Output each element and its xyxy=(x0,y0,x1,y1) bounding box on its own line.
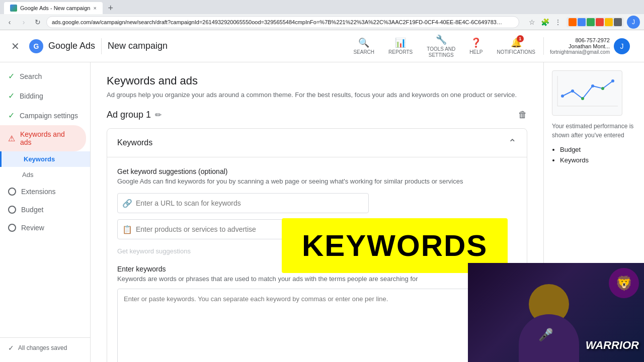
sidebar-sub-item-keywords[interactable]: Keywords xyxy=(0,151,90,167)
budget-nav-icon xyxy=(8,206,16,214)
app-name: Google Ads xyxy=(48,41,95,51)
sidebar-sub-item-ads[interactable]: Ads xyxy=(0,167,90,183)
browser-controls-bar: ‹ › ↻ ads.google.com/aw/campaign/new/sea… xyxy=(0,14,644,30)
close-btn[interactable]: ✕ xyxy=(8,39,22,53)
user-profile-icon[interactable]: J xyxy=(627,16,640,29)
perf-list-item-budget: Budget xyxy=(560,146,636,153)
performance-description: Your estimated performance is shown afte… xyxy=(552,122,636,140)
perf-list-item-keywords: Keywords xyxy=(560,156,636,164)
tools-action-icon: 🔧 xyxy=(436,34,447,45)
reload-btn[interactable]: ↻ xyxy=(32,17,43,28)
browser-tabs: Google Ads - New campaign × + xyxy=(0,0,644,14)
ads-header: ✕ G Google Ads New campaign 🔍 SEARCH 📊 R… xyxy=(0,30,644,62)
notifications-action-btn[interactable]: 🔔 1 NOTIFICATIONS xyxy=(491,33,541,59)
sidebar-item-extensions[interactable]: Extensions xyxy=(0,183,86,201)
user-name: Jonathan Mont... xyxy=(550,43,610,49)
notifications-action-icon: 🔔 1 xyxy=(511,37,522,48)
performance-list: Budget Keywords xyxy=(552,146,636,164)
sidebar-extensions-label: Extensions xyxy=(21,188,55,196)
sidebar-item-keywords-and-ads[interactable]: ⚠ Keywords and ads xyxy=(0,125,86,151)
back-btn[interactable]: ‹ xyxy=(4,17,15,28)
search-action-label: SEARCH xyxy=(353,49,374,55)
user-phone: 806-757-2972 xyxy=(550,37,610,43)
sidebar-keywords-label: Keywords and ads xyxy=(20,130,78,146)
keywords-collapse-icon[interactable]: ⌃ xyxy=(508,137,517,149)
get-suggestions-subtitle: Google Ads can find keywords for you by … xyxy=(117,177,517,185)
all-changes-saved: ✓ All changes saved xyxy=(0,337,90,358)
products-input-icon: 📋 xyxy=(122,225,132,234)
reports-action-icon: 📊 xyxy=(395,37,406,48)
search-action-btn[interactable]: 🔍 SEARCH xyxy=(347,33,380,59)
forward-btn[interactable]: › xyxy=(18,17,29,28)
sidebar-bidding-label: Bidding xyxy=(20,92,43,100)
keywords-section-title: Keywords xyxy=(117,138,152,147)
sidebar-search-label: Search xyxy=(20,72,42,80)
address-bar[interactable]: ads.google.com/aw/campaign/new/search/dr… xyxy=(46,16,519,28)
svg-point-6 xyxy=(581,97,584,100)
keywords-textarea[interactable] xyxy=(117,289,517,362)
performance-chart xyxy=(552,70,622,116)
svg-point-7 xyxy=(591,84,594,87)
get-suggestions-title: Get keyword suggestions (optional) xyxy=(117,167,517,175)
url-input[interactable] xyxy=(117,193,369,213)
page-subtitle: Ad groups help you organize your ads aro… xyxy=(107,90,527,100)
svg-text:G: G xyxy=(34,42,39,50)
ads-logo-icon: G xyxy=(28,38,44,54)
help-action-btn[interactable]: ❓ HELP xyxy=(463,33,489,59)
keywords-error-icon: ⚠ xyxy=(8,134,15,143)
tools-action-label: TOOLS ANDSETTINGS xyxy=(427,46,455,58)
google-ads-logo: G Google Ads xyxy=(28,38,95,54)
get-keyword-suggestions-btn[interactable]: Get keyword suggestions xyxy=(117,245,191,257)
sidebar: ✓ Search ✓ Bidding ✓ Campaign settings ⚠… xyxy=(0,62,91,362)
sidebar-review-label: Review xyxy=(21,224,44,232)
reports-action-btn[interactable]: 📊 REPORTS xyxy=(382,33,419,59)
video-warrior-text: WARRIOR xyxy=(586,339,639,352)
help-action-label: HELP xyxy=(469,49,482,55)
enter-keywords-subtitle: Keywords are words or phrases that are u… xyxy=(117,275,517,283)
video-overlay[interactable]: 🦁 WARRIOR 🎤 xyxy=(468,263,644,362)
campaign-settings-complete-icon: ✓ xyxy=(8,111,15,120)
video-content: 🦁 WARRIOR 🎤 xyxy=(468,263,644,362)
extensions-nav-icon xyxy=(8,188,16,196)
notification-badge: 1 xyxy=(517,35,524,42)
menu-icon[interactable]: ⋮ xyxy=(552,17,564,28)
page-header: Keywords and ads Ad groups help you orga… xyxy=(107,74,527,100)
extensions-icon[interactable]: 🧩 xyxy=(539,17,550,28)
svg-point-5 xyxy=(571,89,574,93)
browser-chrome: Google Ads - New campaign × + ‹ › ↻ ads.… xyxy=(0,0,644,30)
user-email: fortnightmania@gmail.com xyxy=(550,49,610,55)
edit-ad-group-icon[interactable]: ✏ xyxy=(155,110,162,120)
delete-ad-group-icon[interactable]: 🗑 xyxy=(518,110,527,120)
ad-group-title: Ad group 1 xyxy=(107,110,151,120)
sidebar-item-search[interactable]: ✓ Search xyxy=(0,66,86,86)
sidebar-item-budget[interactable]: Budget xyxy=(0,201,86,219)
sidebar-item-campaign-settings[interactable]: ✓ Campaign settings xyxy=(0,106,86,125)
keywords-section-header: Keywords ⌃ xyxy=(107,129,527,157)
browser-tab[interactable]: Google Ads - New campaign × xyxy=(4,2,103,14)
saved-icon: ✓ xyxy=(8,344,14,352)
bookmark-icon[interactable]: ☆ xyxy=(526,17,537,28)
help-action-icon: ❓ xyxy=(470,37,481,48)
tools-action-btn[interactable]: 🔧 TOOLS ANDSETTINGS xyxy=(421,30,461,62)
sidebar-campaign-settings-label: Campaign settings xyxy=(20,112,78,120)
svg-point-9 xyxy=(611,79,614,82)
url-input-wrapper: 🔗 xyxy=(117,193,369,213)
ad-group-header: Ad group 1 ✏ 🗑 xyxy=(107,110,527,120)
svg-point-4 xyxy=(561,95,564,98)
campaign-title: New campaign xyxy=(108,41,168,51)
keywords-banner-text: KEYWORDS xyxy=(302,229,488,262)
search-complete-icon: ✓ xyxy=(8,71,15,81)
user-avatar[interactable]: J xyxy=(614,38,630,54)
notifications-action-label: NOTIFICATIONS xyxy=(497,49,535,55)
url-input-icon: 🔗 xyxy=(122,199,132,208)
enter-keywords-section: Enter keywords Keywords are words or phr… xyxy=(117,265,517,362)
tab-title: Google Ads - New campaign xyxy=(20,5,90,11)
svg-point-8 xyxy=(601,87,604,90)
page-title: Keywords and ads xyxy=(107,74,527,87)
search-action-icon: 🔍 xyxy=(358,37,369,48)
sidebar-item-bidding[interactable]: ✓ Bidding xyxy=(0,86,86,106)
user-info[interactable]: 806-757-2972 Jonathan Mont... fortnightm… xyxy=(543,37,636,55)
sidebar-item-review[interactable]: Review xyxy=(0,219,86,237)
reports-action-label: REPORTS xyxy=(388,49,413,55)
bidding-complete-icon: ✓ xyxy=(8,91,15,101)
